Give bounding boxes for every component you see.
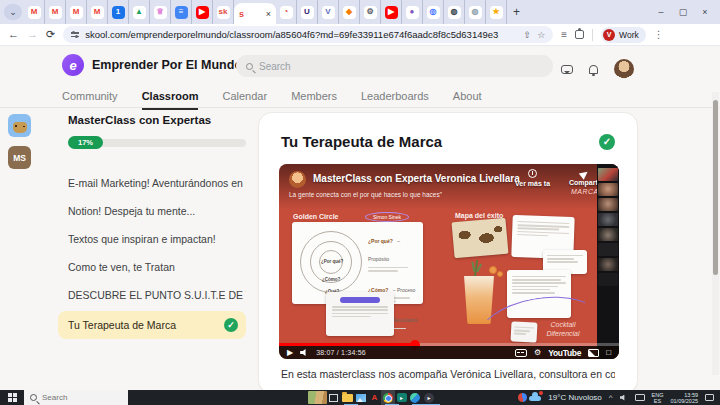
clock[interactable]: 13:5901/09/2025 bbox=[671, 392, 699, 404]
community-search[interactable] bbox=[236, 55, 553, 77]
browser-tab[interactable]: ≡ bbox=[171, 0, 192, 24]
browser-tab[interactable]: ▲ bbox=[129, 0, 150, 24]
video-title[interactable]: MasterClass con Experta Veronica Livella… bbox=[313, 173, 520, 184]
app-icon bbox=[518, 393, 527, 402]
community-logo[interactable]: e bbox=[62, 54, 84, 76]
lesson-item-active[interactable]: Tu Terapeuta de Marca ✓ bbox=[58, 311, 246, 339]
acrobat-button[interactable]: A bbox=[368, 390, 382, 405]
movies-app-button[interactable]: ▸ bbox=[395, 390, 409, 405]
lesson-item[interactable]: E-mail Marketing! Aventurándonos en el m… bbox=[68, 169, 246, 197]
tab-favicon: sk bbox=[217, 6, 230, 19]
forward-button[interactable]: → bbox=[27, 29, 38, 40]
tab-favicon: V bbox=[322, 6, 335, 19]
lesson-item[interactable]: Notion! Despeja tu mente... bbox=[68, 197, 246, 225]
browser-tab[interactable]: ◎ bbox=[423, 0, 444, 24]
share-icon[interactable]: ⇧ bbox=[524, 30, 532, 40]
tab-favicon: M bbox=[28, 6, 41, 19]
browser-tab[interactable]: ◍ bbox=[444, 0, 465, 24]
browser-tab-strip: ⌄ M M M M 1 ▲ bbox=[0, 0, 720, 24]
profile-button[interactable]: V Work bbox=[601, 27, 646, 43]
browser-tab[interactable]: M bbox=[87, 0, 108, 24]
fullscreen-icon[interactable]: □ bbox=[606, 349, 611, 357]
back-button[interactable]: ← bbox=[8, 29, 19, 40]
running-app-button[interactable] bbox=[516, 390, 530, 405]
language-indicator[interactable]: ENGES bbox=[652, 392, 664, 404]
taskbar-search[interactable] bbox=[24, 390, 128, 405]
file-explorer-button[interactable] bbox=[340, 390, 354, 405]
browser-tab[interactable]: ▶ bbox=[192, 0, 213, 24]
task-view-button[interactable] bbox=[327, 390, 341, 405]
browser-tab[interactable]: M bbox=[66, 0, 87, 24]
course-title[interactable]: MasterClass con Expertas bbox=[68, 114, 246, 126]
media-app-button[interactable]: ▸ bbox=[422, 390, 436, 405]
watch-later-button[interactable]: Ver más ta bbox=[515, 169, 550, 187]
start-button[interactable] bbox=[0, 390, 24, 405]
active-tab[interactable]: s × bbox=[234, 3, 276, 24]
play-icon[interactable]: ▶ bbox=[287, 349, 293, 357]
lesson-complete-check-icon[interactable]: ✓ bbox=[599, 134, 615, 150]
reload-button[interactable]: ⟳ bbox=[46, 29, 55, 40]
volume-icon[interactable] bbox=[300, 349, 309, 356]
sidebar-panel-icon[interactable]: ≡ bbox=[561, 29, 567, 40]
channel-avatar[interactable] bbox=[289, 171, 306, 188]
tray-expand-icon[interactable]: ^ bbox=[609, 393, 613, 402]
user-avatar[interactable] bbox=[614, 59, 634, 79]
chrome-button[interactable] bbox=[381, 390, 395, 405]
browser-tab[interactable]: U bbox=[297, 0, 318, 24]
maximize-button[interactable]: ▢ bbox=[672, 1, 694, 23]
course-icon-ms[interactable]: MS bbox=[8, 146, 31, 169]
minimize-button[interactable]: – bbox=[650, 1, 672, 23]
browser-tab[interactable]: ▶ bbox=[381, 0, 402, 24]
browser-tab[interactable]: sk bbox=[213, 0, 234, 24]
browser-menu-icon[interactable]: ⋮ bbox=[654, 29, 664, 40]
youtube-logo[interactable]: YouTube bbox=[548, 348, 581, 358]
url-text[interactable]: skool.com/emprenderporelmundo/classroom/… bbox=[85, 29, 517, 40]
browser-tab[interactable]: ★ bbox=[486, 0, 507, 24]
tab-favicon: ★ bbox=[490, 6, 503, 19]
action-center-icon[interactable] bbox=[705, 394, 714, 401]
news-weather-thumbnail[interactable] bbox=[308, 391, 327, 404]
volume-tray-icon[interactable] bbox=[620, 395, 628, 401]
touch-keyboard-icon[interactable] bbox=[635, 394, 645, 401]
close-tab-icon[interactable]: × bbox=[266, 9, 271, 19]
site-settings-icon[interactable] bbox=[71, 32, 79, 36]
chat-icon[interactable] bbox=[561, 65, 573, 74]
browser-tab[interactable]: M bbox=[45, 0, 66, 24]
ring-label: ¿Cómo? bbox=[322, 277, 340, 282]
media-player-icon: ▸ bbox=[424, 393, 434, 403]
zoom-participant-strip bbox=[597, 164, 619, 359]
lesson-item[interactable]: Textos que inspiran e impactan! bbox=[68, 225, 246, 253]
browser-tab[interactable]: 1 bbox=[108, 0, 129, 24]
address-bar[interactable]: skool.com/emprenderporelmundo/classroom/… bbox=[63, 26, 553, 43]
lesson-item[interactable]: DESCUBRE EL PUNTO S.U.I.T.E DE TU NE... bbox=[68, 281, 246, 309]
settings-gear-icon[interactable]: ⚙ bbox=[534, 349, 541, 357]
subtitles-icon[interactable] bbox=[515, 349, 527, 357]
browser-tab[interactable]: ◈ bbox=[339, 0, 360, 24]
lesson-item[interactable]: Como te ven, te Tratan bbox=[68, 253, 246, 281]
photos-button[interactable] bbox=[354, 390, 368, 405]
weather-cloud-icon[interactable] bbox=[529, 394, 541, 401]
new-tab-button[interactable]: + bbox=[513, 5, 520, 19]
notifications-bell-icon[interactable] bbox=[589, 65, 598, 74]
tab-search-button[interactable]: ⌄ bbox=[4, 4, 22, 20]
close-window-button[interactable]: × bbox=[694, 1, 716, 23]
browser-tab[interactable]: M bbox=[24, 0, 45, 24]
taskbar-search-input[interactable] bbox=[42, 393, 122, 402]
browser-tab[interactable]: ● bbox=[402, 0, 423, 24]
search-input[interactable] bbox=[259, 61, 459, 72]
video-player[interactable]: MasterClass con Experta Veronica Livella… bbox=[279, 164, 619, 359]
participant-thumbnail bbox=[598, 198, 618, 211]
edge-button[interactable] bbox=[408, 390, 422, 405]
browser-tab[interactable]: V bbox=[318, 0, 339, 24]
cast-icon[interactable] bbox=[588, 349, 599, 357]
browser-tab[interactable]: ⚙ bbox=[360, 0, 381, 24]
bookmark-star-icon[interactable]: ☆ bbox=[537, 30, 545, 40]
browser-tab[interactable]: ♕ bbox=[150, 0, 171, 24]
browser-tab[interactable]: ◍ bbox=[465, 0, 486, 24]
scrollbar-thumb[interactable] bbox=[713, 100, 718, 275]
page-scrollbar[interactable] bbox=[712, 92, 719, 375]
weather-text[interactable]: 19°C Nuvoloso bbox=[548, 393, 601, 402]
extensions-puzzle-icon[interactable] bbox=[575, 30, 584, 39]
browser-tab[interactable]: ◔ bbox=[276, 0, 297, 24]
course-icon-cat[interactable] bbox=[8, 114, 31, 137]
